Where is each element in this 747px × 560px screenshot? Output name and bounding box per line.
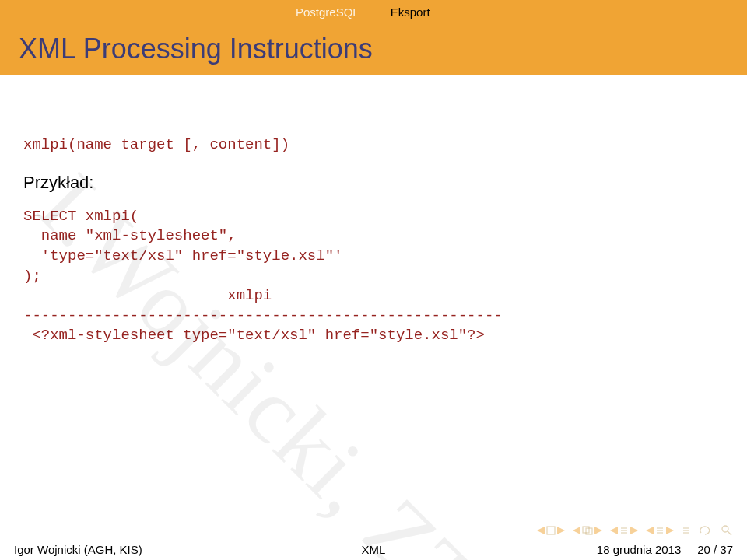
breadcrumb-bar: PostgreSQL Eksport	[0, 0, 747, 23]
tab-postgresql[interactable]: PostgreSQL	[296, 5, 359, 19]
triangle-left-icon	[573, 527, 580, 534]
triangle-left-icon	[646, 527, 654, 534]
svg-line-21	[728, 531, 731, 535]
search-icon	[721, 524, 733, 537]
triangle-left-icon	[610, 527, 618, 534]
svg-marker-2	[557, 527, 565, 534]
nav-undo[interactable]	[699, 525, 713, 536]
svg-marker-12	[646, 527, 654, 534]
triangle-right-icon	[666, 527, 674, 534]
nav-last[interactable]	[682, 526, 691, 535]
triangle-right-icon	[630, 527, 638, 534]
code-block: SELECT xmlpi( name "xml-stylesheet", 'ty…	[23, 207, 724, 346]
svg-marker-6	[594, 527, 602, 534]
footer-page: 20 / 37	[697, 543, 733, 556]
lines-icon	[682, 526, 691, 535]
nav-back[interactable]	[610, 526, 638, 535]
slide-content: I.Wojnicki, ZTB:XML xmlpi(name target [,…	[0, 75, 747, 346]
nav-search[interactable]	[721, 524, 733, 537]
triangle-right-icon	[594, 527, 602, 534]
undo-icon	[699, 525, 713, 536]
triangle-left-icon	[537, 527, 545, 534]
nav-prev[interactable]	[573, 526, 602, 535]
example-label: Przykład:	[23, 173, 724, 193]
footer-author: Igor Wojnicki (AGH, KIS)	[14, 543, 142, 556]
svg-rect-1	[547, 527, 555, 534]
lines-icon	[619, 526, 629, 535]
nav-first[interactable]	[537, 526, 565, 535]
svg-marker-3	[573, 527, 580, 534]
boxes-icon	[582, 526, 593, 535]
page-title: XML Processing Instructions	[19, 33, 373, 65]
svg-point-20	[722, 526, 728, 532]
title-bar: XML Processing Instructions	[0, 23, 747, 75]
footer: Igor Wojnicki (AGH, KIS) XML 18 grudnia …	[0, 538, 747, 560]
nav-controls	[537, 524, 733, 537]
lines-icon	[655, 526, 665, 535]
footer-right: 18 grudnia 2013 20 / 37	[597, 543, 733, 556]
box-icon	[546, 526, 556, 535]
tab-eksport[interactable]: Eksport	[391, 5, 430, 19]
triangle-right-icon	[557, 527, 565, 534]
svg-marker-16	[666, 527, 674, 534]
nav-forward[interactable]	[646, 526, 674, 535]
svg-marker-0	[537, 527, 545, 534]
svg-marker-7	[610, 527, 618, 534]
svg-marker-11	[630, 527, 638, 534]
function-signature: xmlpi(name target [, content])	[23, 135, 724, 156]
footer-title: XML	[362, 543, 386, 556]
footer-date: 18 grudnia 2013	[597, 543, 681, 556]
